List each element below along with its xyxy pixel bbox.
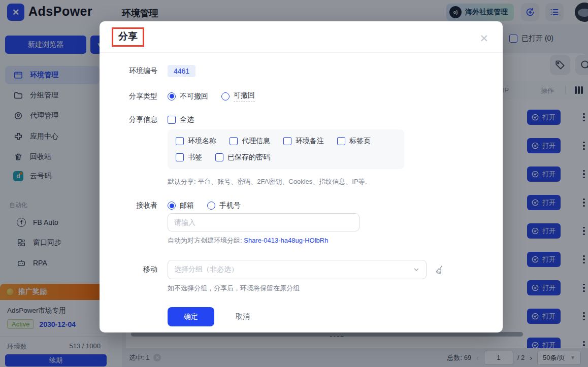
share-info-panel: 环境名称 代理信息 环境备注 标签页 书签 已保存的密码 bbox=[168, 129, 404, 169]
checkbox-icon[interactable] bbox=[283, 137, 291, 145]
radio-checked-icon[interactable] bbox=[168, 92, 176, 101]
receiver-email-option[interactable]: 邮箱 bbox=[168, 201, 194, 210]
env-id-value: 4461 bbox=[168, 65, 195, 77]
receiver-row: 接收者 邮箱 手机号 bbox=[112, 201, 491, 210]
dialog-actions: 确定 取消 bbox=[168, 307, 491, 326]
checkbox-icon[interactable] bbox=[337, 137, 345, 145]
default-share-hint: 默认分享: 平台、账号、密码、2FA密钥、Cookies、指纹信息、IP等。 bbox=[168, 177, 491, 186]
radio-icon[interactable] bbox=[207, 202, 215, 210]
dialog-header: 分享 bbox=[100, 21, 503, 53]
chevron-down-icon bbox=[413, 266, 420, 273]
radio-checked-icon[interactable] bbox=[168, 202, 176, 210]
confirm-button[interactable]: 确定 bbox=[168, 307, 214, 326]
share-info-proxy[interactable]: 代理信息 bbox=[230, 137, 270, 146]
receiver-label: 接收者 bbox=[112, 201, 157, 210]
checkbox-icon[interactable] bbox=[230, 137, 238, 145]
auto-group-hint: 自动为对方创建环境分组: Share-0413-ha48ug-HOlbRh bbox=[168, 236, 491, 245]
receiver-input[interactable] bbox=[168, 213, 360, 231]
clear-group-icon[interactable] bbox=[435, 264, 446, 275]
share-info-label: 分享信息 bbox=[112, 115, 157, 124]
close-icon[interactable]: ✕ bbox=[476, 32, 492, 44]
dialog-title-annotation: 分享 bbox=[112, 27, 144, 47]
select-all-option[interactable]: 全选 bbox=[168, 115, 194, 124]
share-info-remark[interactable]: 环境备注 bbox=[283, 137, 324, 146]
share-info-env-name[interactable]: 环境名称 bbox=[176, 137, 216, 146]
checkbox-icon[interactable] bbox=[176, 137, 184, 145]
share-type-row: 分享类型 不可撤回 可撤回 bbox=[112, 91, 491, 102]
checkbox-icon[interactable] bbox=[168, 116, 176, 124]
checkbox-icon[interactable] bbox=[176, 153, 184, 161]
env-id-label: 环境编号 bbox=[112, 66, 157, 76]
share-info-bookmarks[interactable]: 书签 bbox=[176, 153, 202, 162]
adspower-app: ✕ AdsPower 环境管理 o) 海外社媒管理 bbox=[0, 0, 588, 367]
move-label: 移动 bbox=[112, 265, 157, 274]
share-info-row: 分享信息 全选 bbox=[112, 115, 491, 124]
share-info-saved-passwords[interactable]: 已保存的密码 bbox=[215, 153, 270, 162]
auto-group-code: Share-0413-ha48ug-HOlbRh bbox=[244, 237, 328, 244]
env-id-row: 环境编号 4461 bbox=[112, 65, 491, 77]
receiver-phone-option[interactable]: 手机号 bbox=[207, 201, 241, 210]
cancel-button[interactable]: 取消 bbox=[233, 312, 253, 322]
share-dialog: 分享 ✕ 环境编号 4461 分享类型 不可撤回 可撤回 分 bbox=[100, 21, 503, 332]
share-type-irrevocable-option[interactable]: 不可撤回 bbox=[168, 92, 208, 101]
checkbox-icon[interactable] bbox=[215, 153, 223, 161]
group-select[interactable]: 选择分组（非必选） bbox=[168, 260, 427, 279]
share-type-label: 分享类型 bbox=[112, 92, 157, 101]
share-type-revocable-option[interactable]: 可撤回 bbox=[221, 91, 255, 102]
radio-icon[interactable] bbox=[221, 92, 230, 101]
move-hint: 如不选择分组，分享后，环境将保留在原分组 bbox=[168, 284, 491, 293]
move-group-row: 移动 选择分组（非必选） bbox=[112, 260, 491, 279]
share-info-tabs[interactable]: 标签页 bbox=[337, 137, 371, 146]
dialog-title: 分享 bbox=[118, 31, 138, 42]
dialog-body: 环境编号 4461 分享类型 不可撤回 可撤回 分享信息 全选 bbox=[100, 53, 503, 326]
